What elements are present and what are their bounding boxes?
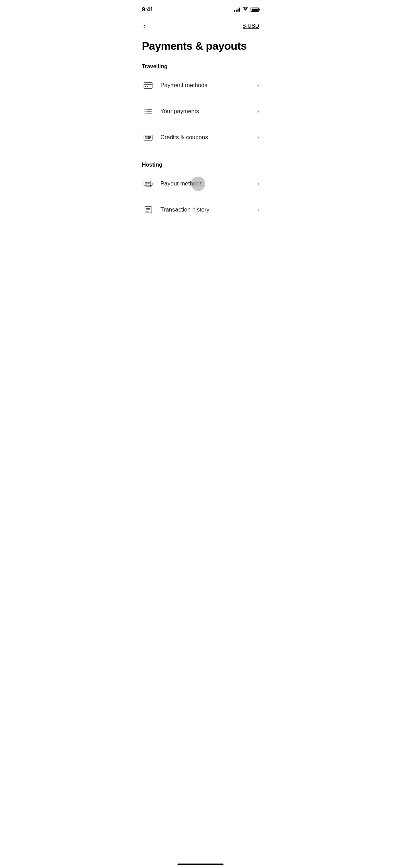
chevron-right-icon: › [257,134,259,141]
battery-fill [252,9,258,11]
signal-bar-4 [239,8,240,12]
receipt-icon [142,204,154,216]
status-bar: 9:41 [134,0,267,17]
currency-button[interactable]: $-USD [243,23,259,29]
battery-icon [251,8,259,12]
chevron-right-icon: › [257,108,259,114]
page-title: Payments & payouts [142,39,259,52]
svg-point-11 [145,137,147,138]
travelling-section: Travelling Payment methods › [134,63,267,150]
your-payments-item[interactable]: Your payments › [142,98,259,124]
signal-bar-2 [236,10,237,12]
list-icon [142,105,154,118]
your-payments-label: Your payments [160,108,199,115]
travelling-section-title: Travelling [142,63,259,70]
wifi-icon [243,7,248,13]
svg-point-5 [145,111,146,112]
transaction-history-item[interactable]: Transaction history › [142,197,259,223]
payment-methods-label: Payment methods [160,82,207,89]
payment-card-icon [142,79,154,92]
hosting-section: Hosting Payout methods › [134,162,267,223]
svg-point-16 [145,183,147,184]
credits-coupons-item[interactable]: Credits & coupons › [142,124,259,150]
svg-rect-0 [144,83,152,88]
payout-icon [142,178,154,190]
credits-coupons-label: Credits & coupons [160,134,208,141]
payout-methods-item[interactable]: Payout methods › [142,171,259,197]
payment-methods-item[interactable]: Payment methods › [142,72,259,98]
signal-bars-icon [234,8,240,12]
signal-bar-1 [234,10,235,12]
svg-point-6 [145,113,146,114]
svg-point-4 [145,109,146,110]
coupon-icon [142,131,154,144]
chevron-right-icon: › [257,181,259,187]
nav-bar: ‹ $-USD [134,17,267,37]
back-button[interactable]: ‹ [142,21,147,31]
svg-point-3 [147,86,148,87]
payout-methods-label: Payout methods [160,180,203,187]
page-title-container: Payments & payouts [134,37,267,63]
section-divider [142,156,259,156]
signal-bar-3 [238,9,239,12]
status-icons [234,7,259,13]
chevron-right-icon: › [257,207,259,213]
hosting-section-title: Hosting [142,162,259,168]
chevron-right-icon: › [257,82,259,88]
status-time: 9:41 [142,6,153,13]
transaction-history-label: Transaction history [160,206,209,213]
svg-point-2 [145,86,146,87]
